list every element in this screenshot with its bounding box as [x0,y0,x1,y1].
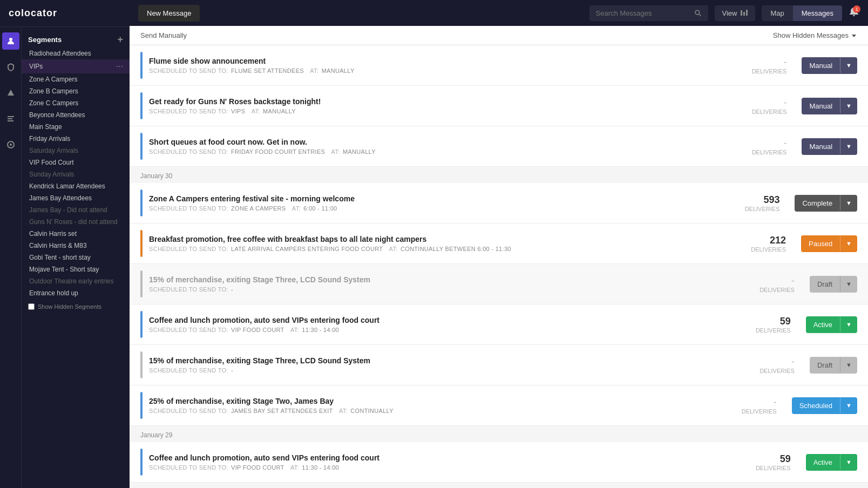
sidebar-nav [0,27,22,488]
segment-item-calvin-harris-set[interactable]: Calvin Harris set [22,228,130,240]
map-button[interactable]: Map [762,5,792,21]
segment-item-label: Gobi Tent - short stay [29,254,91,261]
segment-dots-icon[interactable]: ··· [116,62,123,71]
message-row-draft: 15% of merchandise, exiting Stage Three,… [130,264,868,304]
status-button-paused[interactable]: Paused ▼ [801,235,857,252]
svg-point-7 [695,10,700,15]
segment-item-radiohead[interactable]: Radiohead Attendees [22,48,130,59]
status-button-draft[interactable]: Draft ▼ [810,357,857,374]
segment-item-sunday-arrivals[interactable]: Sunday Arrivals [22,168,130,180]
status-button-complete[interactable]: Complete ▼ [795,195,857,212]
status-button-active[interactable]: Active ▼ [806,454,857,471]
status-arrow-icon: ▼ [840,276,857,292]
status-arrow-icon: ▼ [840,317,857,332]
show-hidden-segments[interactable]: Show Hidden Segments [22,299,130,314]
notification-button[interactable]: 1 [849,6,859,20]
status-arrow-icon: ▼ [840,357,857,372]
deliveries-count: 593 [736,194,779,206]
message-indicator [140,189,143,216]
segment-item-saturday-arrivals[interactable]: Saturday Arrivals [22,145,130,157]
status-label: Draft [810,276,840,293]
messages-button[interactable]: Messages [793,5,842,21]
status-button-manual[interactable]: Manual ▼ [802,98,857,114]
message-indicator [140,392,143,419]
segment-item-beyonce[interactable]: Beyonce Attendees [22,109,130,121]
message-indicator [140,52,143,79]
sidebar-main: Segments + Radiohead Attendees VIPs ··· … [0,27,130,488]
segment-item-kendrick[interactable]: Kendrick Lamar Attendees [22,180,130,192]
segment-item-vips[interactable]: VIPs ··· [22,59,130,73]
nav-icon-person[interactable] [2,32,19,50]
status-arrow-icon: ▼ [840,455,857,470]
message-meta: SCHEDULED TO SEND TO: VIP FOOD COURT AT:… [149,327,741,333]
message-row: Flume side show announcement SCHEDULED T… [130,45,868,86]
deliveries-label: DELIVERIES [748,465,791,471]
message-title: 15% of merchandise, exiting Stage Three,… [149,275,745,284]
message-content: Coffee and lunch promotion, auto send VI… [149,453,741,471]
segment-item-label: Calvin Harris & M83 [29,242,87,249]
new-message-button[interactable]: New Message [138,5,200,22]
view-icon [740,9,748,17]
message-indicator [140,92,143,119]
search-input[interactable] [596,9,690,17]
nav-icon-circle[interactable] [2,136,19,153]
show-hidden-checkbox[interactable] [28,303,35,310]
segment-item-vip-food-court[interactable]: VIP Food Court [22,157,130,168]
message-indicator [140,311,143,338]
add-segment-button[interactable]: + [117,35,123,44]
view-button[interactable]: View [715,5,756,21]
status-button-scheduled[interactable]: Scheduled ▼ [792,397,857,414]
segment-item-guns-dna[interactable]: Guns N' Roses - did not attend [22,216,130,228]
sidebar: colocator Segments + [0,0,130,488]
notification-badge: 1 [853,5,860,13]
message-content: Get ready for Guns N' Roses backstage to… [149,97,737,114]
message-meta: SCHEDULED TO SEND TO: VIP FOOD COURT AT:… [149,464,741,471]
message-deliveries: 59 DELIVERIES [748,453,791,471]
segment-item-entrance[interactable]: Entrance hold up [22,287,130,299]
show-hidden-messages-label: Show Hidden Messages [773,31,849,39]
deliveries-count: 212 [743,235,786,246]
message-title: Coffee and lunch promotion, auto send VI… [149,453,741,462]
status-label: Scheduled [792,397,840,414]
segment-item-zone-b[interactable]: Zone B Campers [22,85,130,97]
status-label: Complete [795,195,840,212]
segment-item-label: Calvin Harris set [29,230,77,238]
status-label: Manual [802,98,840,114]
nav-icon-text[interactable] [2,110,19,127]
message-meta: SCHEDULED TO SEND TO: - [149,286,745,293]
status-arrow-icon: ▼ [840,98,857,113]
segment-item-zone-a[interactable]: Zone A Campers [22,73,130,85]
segment-item-main-stage[interactable]: Main Stage [22,121,130,133]
message-content: Breakfast promotion, free coffee with br… [149,235,736,252]
message-title: Get ready for Guns N' Roses backstage to… [149,97,737,106]
svg-marker-12 [852,35,856,37]
message-title: Short queues at food court now. Get in n… [149,138,737,146]
segment-item-mojave-tent[interactable]: Mojave Tent - Short stay [22,263,130,275]
segment-item-zone-c[interactable]: Zone C Campers [22,97,130,109]
segment-item-james-bay-dna[interactable]: James Bay - Did not attend [22,204,130,216]
segment-item-calvin-harris-m83[interactable]: Calvin Harris & M83 [22,240,130,252]
segment-item-label: VIPs [29,63,43,70]
segment-item-gobi-tent[interactable]: Gobi Tent - short stay [22,252,130,263]
status-button-manual[interactable]: Manual ▼ [802,138,857,155]
segment-item-label: Beyonce Attendees [29,111,85,119]
segment-item-friday-arrivals[interactable]: Friday Arrivals [22,133,130,145]
search-icon [694,9,702,17]
deliveries-count: 59 [748,316,791,327]
main-area: New Message View Map Messages 1 Send Man… [130,0,868,488]
nav-icon-shield[interactable] [2,58,19,76]
status-label: Active [806,316,840,333]
status-button-active[interactable]: Active ▼ [806,316,857,333]
view-label: View [722,9,737,17]
status-button-manual[interactable]: Manual ▼ [802,57,857,74]
show-hidden-messages-button[interactable]: Show Hidden Messages [773,31,857,39]
message-indicator [140,133,143,160]
message-content: Flume side show announcement SCHEDULED T… [149,57,737,74]
segment-item-james-bay[interactable]: James Bay Attendees [22,192,130,204]
segment-item-outdoor-theatre[interactable]: Outdoor Theatre early entries [22,275,130,287]
status-button-draft[interactable]: Draft ▼ [810,276,857,293]
message-title: Breakfast promotion, free coffee with br… [149,235,736,243]
segments-header: Segments + [22,31,130,48]
svg-point-6 [10,144,12,146]
nav-icon-triangle[interactable] [2,84,19,101]
